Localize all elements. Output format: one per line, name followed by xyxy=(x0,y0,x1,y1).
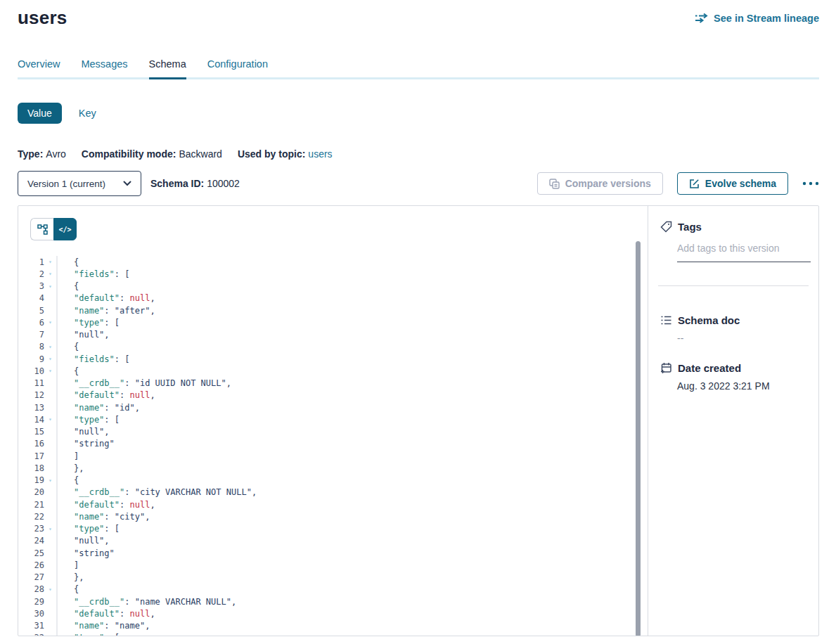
line-number: 17 xyxy=(18,451,44,461)
schema-panel: </> 1▾{2▾ "fields": [3▾ {4 "default": nu… xyxy=(18,205,819,636)
code-line: 23▾ "type": [ xyxy=(18,523,648,535)
key-toggle-button[interactable]: Key xyxy=(79,108,96,119)
code-line: 26 ] xyxy=(18,559,648,571)
line-number: 8 xyxy=(18,342,44,352)
date-created-title: Date created xyxy=(678,362,741,374)
more-actions-button[interactable] xyxy=(802,181,819,186)
code-line: 32▾ "type": [ xyxy=(18,632,648,636)
line-number: 10 xyxy=(18,366,44,376)
fold-toggle-icon[interactable]: ▾ xyxy=(44,259,56,265)
line-number: 18 xyxy=(18,463,44,473)
tab-bar: OverviewMessagesSchemaConfiguration xyxy=(18,58,819,79)
code-line-content: "name": "name", xyxy=(56,620,648,632)
meta-label: Type: xyxy=(18,148,43,160)
code-line: 16 "string" xyxy=(18,438,648,450)
schema-doc-title: Schema doc xyxy=(678,314,740,326)
line-number: 6 xyxy=(18,318,44,328)
tab-overview[interactable]: Overview xyxy=(18,58,60,79)
code-line-content: "__crdb__": "city VARCHAR NOT NULL", xyxy=(56,487,648,498)
compare-versions-label: Compare versions xyxy=(565,178,651,189)
code-line-content: { xyxy=(56,256,648,268)
line-number: 9 xyxy=(18,354,44,364)
fold-toggle-icon[interactable]: ▾ xyxy=(44,368,56,374)
code-line-content: "__crdb__": "name VARCHAR NULL", xyxy=(56,595,648,607)
schema-page: users See in Stream lineage OverviewMess… xyxy=(0,7,836,636)
line-number: 5 xyxy=(18,306,44,316)
fold-toggle-icon[interactable]: ▾ xyxy=(44,586,56,593)
code-line: 24 "null", xyxy=(18,535,648,547)
code-line-content: "type": [ xyxy=(56,316,648,328)
tree-view-icon xyxy=(37,224,48,235)
line-number: 11 xyxy=(18,378,44,388)
line-number: 4 xyxy=(18,293,44,303)
value-toggle-button[interactable]: Value xyxy=(18,103,62,124)
vertical-scrollbar-thumb[interactable] xyxy=(636,241,641,636)
tab-messages[interactable]: Messages xyxy=(81,58,127,79)
code-line-content: "name": "after", xyxy=(56,304,648,316)
schema-doc-section: Schema doc -- xyxy=(660,314,809,344)
fold-toggle-icon[interactable]: ▾ xyxy=(44,356,56,362)
code-line-content: "fields": [ xyxy=(56,353,648,365)
fold-toggle-icon[interactable]: ▾ xyxy=(44,283,56,290)
fold-toggle-icon[interactable]: ▾ xyxy=(44,635,56,636)
evolve-schema-button[interactable]: Evolve schema xyxy=(677,172,788,195)
code-line-content: "default": null, xyxy=(56,498,648,510)
code-line-content: { xyxy=(56,475,648,487)
meta-compatibility-mode: Compatibility mode:Backward xyxy=(82,148,222,160)
add-tags-input[interactable] xyxy=(677,243,811,262)
meta-type: Type:Avro xyxy=(18,148,66,160)
code-line-content: { xyxy=(56,584,648,595)
code-line: 9▾ "fields": [ xyxy=(18,353,648,365)
fold-toggle-icon[interactable]: ▾ xyxy=(44,271,56,277)
tree-view-button[interactable] xyxy=(30,218,53,240)
version-select-value: Version 1 (current) xyxy=(27,179,105,189)
code-view-button[interactable]: </> xyxy=(53,218,77,240)
fold-toggle-icon[interactable]: ▾ xyxy=(44,319,56,326)
fold-toggle-icon[interactable]: ▾ xyxy=(44,344,56,350)
schema-meta-row: Type:AvroCompatibility mode:BackwardUsed… xyxy=(18,148,819,160)
code-line-content: "fields": [ xyxy=(56,268,648,280)
tab-configuration[interactable]: Configuration xyxy=(207,58,268,79)
code-line: 31 "name": "name", xyxy=(18,620,648,632)
line-number: 22 xyxy=(18,512,44,522)
line-number: 20 xyxy=(18,487,44,497)
line-number: 14 xyxy=(18,415,44,425)
version-toolbar: Version 1 (current) Schema ID: 100002 xyxy=(18,171,819,196)
fold-toggle-icon[interactable]: ▾ xyxy=(44,416,56,423)
fold-toggle-icon[interactable]: ▾ xyxy=(44,477,56,484)
code-line: 20 "__crdb__": "city VARCHAR NOT NULL", xyxy=(18,487,648,498)
code-line: 8▾ { xyxy=(18,341,648,353)
code-line-content: "type": [ xyxy=(56,523,648,535)
version-select[interactable]: Version 1 (current) xyxy=(18,171,141,196)
tab-schema[interactable]: Schema xyxy=(149,58,186,79)
line-number: 21 xyxy=(18,500,44,510)
line-number: 16 xyxy=(18,439,44,449)
fold-toggle-icon[interactable]: ▾ xyxy=(44,526,56,532)
meta-value-link[interactable]: users xyxy=(308,148,332,160)
page-title: users xyxy=(18,7,67,29)
line-number: 25 xyxy=(18,548,44,558)
code-line-content: "default": null, xyxy=(56,607,648,619)
chevron-down-icon xyxy=(123,181,131,186)
line-number: 28 xyxy=(18,584,44,594)
compare-versions-button[interactable]: Compare versions xyxy=(537,172,663,195)
code-line: 4 "default": null, xyxy=(18,292,648,304)
code-line-content: "string" xyxy=(56,438,648,450)
code-line: 14▾ "type": [ xyxy=(18,413,648,425)
see-in-stream-lineage-link[interactable]: See in Stream lineage xyxy=(695,13,819,24)
line-number: 31 xyxy=(18,621,44,631)
tags-section-header: Tags xyxy=(660,221,809,233)
meta-value: Backward xyxy=(179,148,221,160)
code-line-content: }, xyxy=(56,462,648,474)
code-line: 10▾ { xyxy=(18,365,648,377)
schema-code-editor[interactable]: 1▾{2▾ "fields": [3▾ {4 "default": null,5… xyxy=(18,256,648,636)
line-number: 24 xyxy=(18,536,44,546)
line-number: 1 xyxy=(18,257,44,267)
code-line-content: }, xyxy=(56,572,648,584)
code-line-content: "string" xyxy=(56,547,648,559)
lineage-link-label: See in Stream lineage xyxy=(714,13,819,24)
schema-doc-value: -- xyxy=(677,333,809,344)
code-line: 25 "string" xyxy=(18,547,648,559)
edit-icon xyxy=(689,179,700,189)
code-line: 3▾ { xyxy=(18,281,648,292)
